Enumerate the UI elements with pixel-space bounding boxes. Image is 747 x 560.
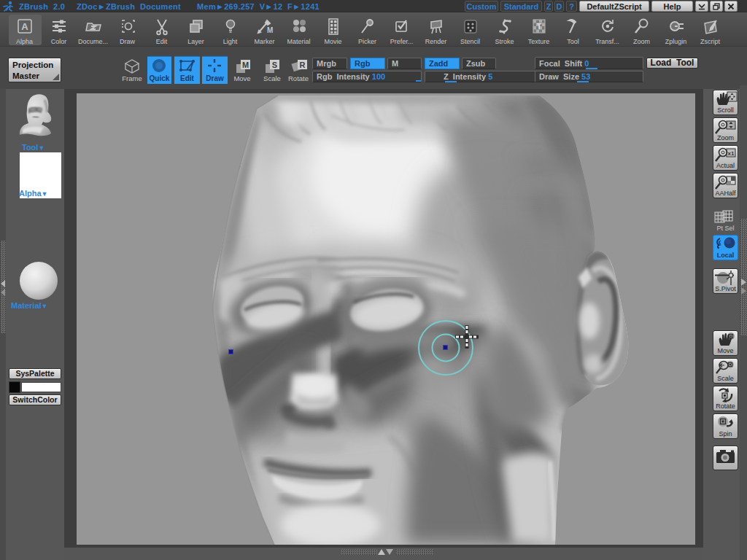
svg-text:M: M bbox=[242, 61, 249, 69]
svg-text:R: R bbox=[300, 61, 306, 69]
svg-text:T: T bbox=[536, 22, 541, 31]
svg-text:x1: x1 bbox=[728, 150, 735, 157]
svg-text:A: A bbox=[21, 21, 28, 32]
svg-text:M: M bbox=[267, 26, 273, 34]
svg-text:S: S bbox=[272, 61, 277, 69]
